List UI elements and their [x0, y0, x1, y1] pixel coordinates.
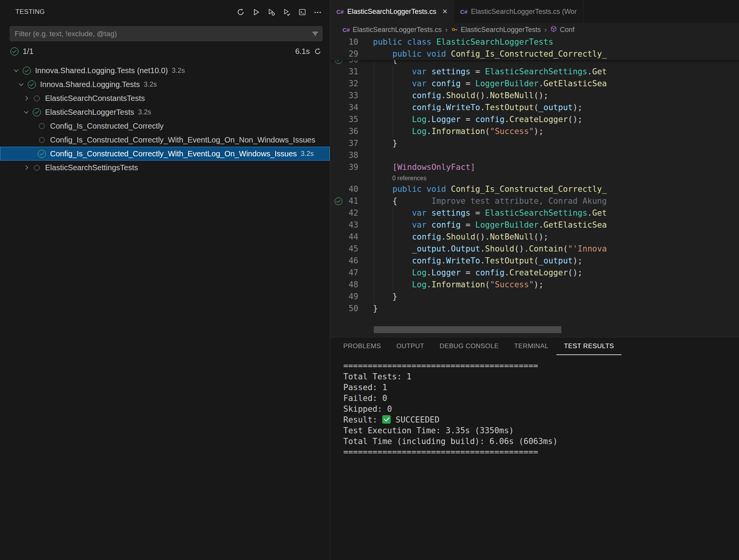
line-number: 34 [343, 102, 358, 114]
code-text: var config = LoggerBuilder.GetElasticSea [373, 219, 607, 231]
line-number: 29 [343, 48, 358, 60]
test-tree-item[interactable]: Config_Is_Constructed_Correctly_With_Eve… [0, 133, 330, 147]
code-line: 47 Log.Logger = config.CreateLogger(); [330, 267, 739, 279]
code-line: 38 [330, 149, 739, 161]
rerun-last-icon[interactable] [314, 48, 321, 55]
test-tree-item[interactable]: ElasticSearchConstantsTests [0, 91, 330, 105]
code-line: 35 Log.Logger = config.CreateLogger(); [330, 114, 739, 126]
test-pass-icon [31, 108, 43, 116]
line-number: 46 [343, 255, 358, 267]
test-pass-icon [36, 150, 48, 158]
code-text: { Improve test attribute, Conrad Akung [373, 195, 607, 207]
test-notrun-icon [36, 123, 48, 129]
test-pass-icon [26, 80, 38, 89]
code-text: public void Config_Is_Constructed_Correc… [373, 183, 607, 195]
line-number: 36 [343, 126, 358, 137]
test-notrun-icon [31, 165, 43, 171]
test-tree-item[interactable]: Config_Is_Constructed_Correctly [0, 119, 330, 133]
editor-tab[interactable]: C#ElasticSearchLoggerTests.cs× [330, 0, 454, 23]
test-name: Config_Is_Constructed_Correctly_With_Eve… [50, 149, 297, 158]
tests-passed-icon [10, 47, 18, 55]
code-text: _output.Output.Should().Contain("'Innova [373, 243, 607, 255]
line-number: 33 [343, 90, 358, 102]
output-line: Failed: 0 [343, 393, 739, 404]
editor-tab-label: ElasticSearchLoggerTests.cs (Wor [471, 8, 577, 16]
code-text: config.Should().NotBeNull(); [373, 90, 548, 102]
test-name: Innova.Shared.Logging.Tests [40, 80, 140, 89]
passed-ratio: 1/1 [23, 47, 34, 56]
chevron-right-icon[interactable] [22, 163, 31, 172]
breadcrumb-item[interactable]: Conf [550, 25, 574, 34]
line-number: 37 [343, 137, 358, 149]
code-line: 49 } [330, 291, 739, 303]
test-name: Config_Is_Constructed_Correctly [50, 122, 164, 131]
code-text: config.WriteTo.TestOutput(_output); [373, 255, 583, 267]
line-number: 42 [343, 207, 358, 219]
refresh-icon[interactable] [236, 7, 245, 17]
run-with-coverage-icon[interactable] [282, 7, 291, 17]
chevron-down-icon[interactable] [17, 80, 26, 89]
symbol-method-icon [550, 25, 557, 34]
run-duration: 6.1s [295, 47, 310, 56]
editor-tabbar: C#ElasticSearchLoggerTests.cs×C#ElasticS… [330, 0, 739, 23]
editor-tab[interactable]: C#ElasticSearchLoggerTests.cs (Wor [454, 0, 583, 23]
test-tree-item[interactable]: Config_Is_Constructed_Correctly_With_Eve… [0, 147, 330, 161]
line-number: 48 [343, 279, 358, 291]
test-tree-item[interactable]: Innova.Shared.Logging.Tests3.2s [0, 77, 330, 91]
chevron-right-icon[interactable] [22, 94, 31, 103]
code-text: public void Config_Is_Constructed_Correc… [373, 48, 607, 60]
panel-tab-test-results[interactable]: TEST RESULTS [556, 337, 622, 355]
test-duration: 3.2s [301, 150, 314, 158]
test-name: ElasticSearchSettingsTests [45, 163, 138, 172]
output-line: Total Time (including build): 6.06s (606… [343, 436, 739, 447]
chevron-down-icon[interactable] [12, 66, 21, 75]
testing-sidebar: TESTING 1/1 6.1s Innova.Shared.Logging.T… [0, 0, 330, 560]
debug-all-icon[interactable] [267, 7, 276, 17]
test-filter-input[interactable] [10, 30, 308, 38]
panel-tab-output[interactable]: OUTPUT [389, 337, 432, 355]
test-tree-item[interactable]: ElasticSearchSettingsTests [0, 161, 330, 174]
line-number: 44 [343, 231, 358, 243]
code-line: 10public class ElasticSearchLoggerTests [330, 36, 739, 48]
test-pass-gutter-icon[interactable] [333, 197, 343, 205]
code-text: } [373, 137, 397, 149]
more-actions-icon[interactable] [313, 7, 322, 17]
panel-tab-terminal[interactable]: TERMINAL [506, 337, 556, 355]
line-number: 45 [343, 243, 358, 255]
code-line: 41 { Improve test attribute, Conrad Akun… [330, 195, 739, 207]
horizontal-scrollbar[interactable] [374, 326, 561, 333]
test-name: ElasticSearchLoggerTests [45, 108, 134, 117]
test-duration: 3.2s [138, 108, 151, 116]
test-duration: 3.2s [144, 80, 157, 89]
panel-tab-problems[interactable]: PROBLEMS [336, 337, 389, 355]
test-tree-item[interactable]: ElasticSearchLoggerTests3.2s [0, 105, 330, 119]
editor-tab-label: ElasticSearchLoggerTests.cs [347, 8, 436, 16]
csharp-file-icon: C# [343, 27, 350, 33]
breadcrumb-item[interactable]: C#ElasticSearchLoggerTests.cs [343, 26, 442, 34]
test-name: ElasticSearchConstantsTests [45, 94, 145, 103]
code-text: Log.Logger = config.CreateLogger(); [373, 267, 583, 279]
chevron-down-icon[interactable] [22, 107, 31, 117]
open-test-output-icon[interactable] [297, 7, 307, 17]
code-text: config.Should().NotBeNull(); [373, 231, 548, 243]
codelens-references[interactable]: 0 references [330, 173, 739, 183]
output-line: Test Execution Time: 3.35s (3350ms) [343, 425, 739, 436]
output-line: Passed: 1 [343, 382, 739, 393]
code-text: var settings = ElasticSearchSettings.Get [373, 207, 607, 219]
code-line: 43 var config = LoggerBuilder.GetElastic… [330, 219, 739, 231]
filter-icon[interactable] [308, 30, 322, 38]
code-line: 40 public void Config_Is_Constructed_Cor… [330, 183, 739, 195]
code-lines: 30 {31 var settings = ElasticSearchSetti… [330, 36, 739, 315]
run-all-icon[interactable] [251, 7, 260, 17]
code-text: public class ElasticSearchLoggerTests [373, 36, 553, 48]
test-pass-icon [21, 67, 33, 75]
code-text: Log.Information("Success"); [373, 126, 544, 137]
line-number: 39 [343, 161, 358, 173]
code-editor[interactable]: 30 {31 var settings = ElasticSearchSetti… [330, 36, 739, 337]
breadcrumb-item[interactable]: ElasticSearchLoggerTests [451, 25, 541, 34]
sidebar-header: TESTING [0, 0, 330, 24]
panel-tab-debug-console[interactable]: DEBUG CONSOLE [432, 337, 507, 355]
csharp-file-icon: C# [336, 8, 344, 15]
test-tree-item[interactable]: Innova.Shared.Logging.Tests (net10.0)3.2… [0, 64, 330, 77]
close-icon[interactable]: × [442, 7, 447, 16]
